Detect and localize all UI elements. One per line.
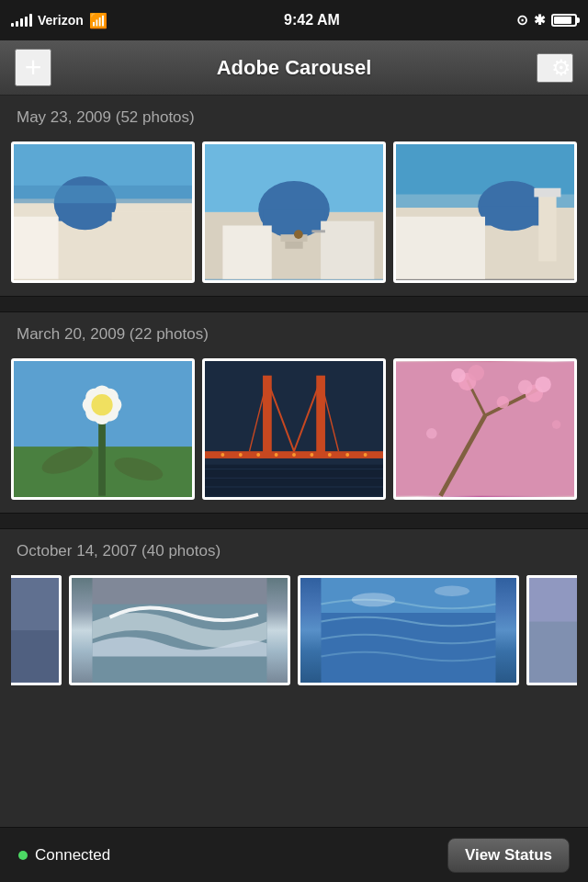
wifi-icon: 📶 (89, 12, 107, 29)
svg-point-46 (275, 453, 278, 457)
svg-point-50 (345, 453, 349, 457)
bluetooth-icon: ✱ (534, 12, 546, 28)
status-bar: Verizon 📶 9:42 AM ⊙ ✱ (0, 0, 588, 40)
carrier-label: Verizon (38, 13, 84, 28)
svg-rect-4 (14, 217, 59, 279)
svg-point-51 (364, 453, 368, 457)
svg-rect-14 (285, 242, 302, 249)
section-title-2: March 20, 2009 (22 photos) (17, 325, 209, 343)
section-header-3: October 14, 2007 (40 photos) (0, 529, 588, 571)
time-display: 9:42 AM (284, 12, 340, 28)
svg-rect-13 (280, 234, 307, 242)
photo-row-3 (0, 571, 588, 689)
svg-rect-27 (98, 415, 106, 495)
svg-rect-16 (311, 230, 325, 232)
settings-button[interactable]: ⚙ (537, 53, 573, 83)
section-march-2009: March 20, 2009 (22 photos) (0, 312, 588, 513)
svg-rect-10 (263, 209, 325, 232)
section-title-1: May 23, 2009 (52 photos) (17, 108, 195, 126)
photo-thumb-9[interactable] (298, 575, 519, 685)
section-title-3: October 14, 2007 (40 photos) (17, 542, 220, 560)
connected-dot (18, 851, 28, 860)
svg-point-49 (328, 453, 332, 457)
svg-point-34 (91, 394, 112, 415)
svg-point-43 (220, 453, 224, 457)
svg-rect-42 (316, 376, 325, 456)
svg-rect-78 (529, 621, 577, 682)
svg-rect-12 (321, 221, 374, 279)
view-status-button[interactable]: View Status (447, 838, 570, 873)
bottom-bar: Connected View Status (0, 827, 588, 882)
svg-point-48 (310, 453, 313, 457)
svg-rect-23 (538, 190, 556, 262)
svg-point-76 (435, 585, 469, 595)
svg-point-64 (451, 368, 466, 383)
svg-point-75 (352, 593, 396, 606)
section-may-2009: May 23, 2009 (52 photos) (0, 96, 588, 296)
app-title: Adobe Carousel (217, 56, 372, 80)
nav-bar: + Adobe Carousel ⚙ (0, 40, 588, 96)
connected-label: Connected (35, 846, 110, 865)
svg-rect-70 (11, 630, 59, 683)
connection-status: Connected (18, 846, 110, 865)
svg-rect-24 (534, 188, 560, 198)
photo-thumb-5[interactable] (202, 358, 386, 500)
photo-thumb-3[interactable] (393, 141, 577, 283)
add-button[interactable]: + (15, 49, 51, 86)
svg-rect-5 (112, 212, 192, 279)
divider-2 (0, 513, 588, 529)
svg-rect-22 (396, 217, 485, 279)
carrier-signal: Verizon 📶 (11, 12, 107, 29)
photo-thumb-4[interactable] (11, 358, 195, 500)
photo-thumb-7[interactable] (11, 575, 62, 685)
photo-thumb-8[interactable] (69, 575, 290, 685)
svg-point-45 (256, 453, 260, 457)
photo-row-1 (0, 138, 588, 296)
svg-rect-41 (263, 376, 272, 456)
photo-thumb-1[interactable] (11, 141, 195, 283)
signal-bars-icon (11, 14, 32, 27)
svg-point-47 (292, 453, 296, 457)
svg-point-68 (552, 420, 561, 429)
divider-1 (0, 296, 588, 312)
svg-point-65 (469, 365, 484, 380)
photo-row-2 (0, 355, 588, 513)
svg-point-66 (497, 396, 510, 409)
svg-rect-11 (222, 225, 271, 278)
photo-thumb-10[interactable] (526, 575, 577, 685)
svg-point-44 (239, 453, 243, 457)
photo-thumb-2[interactable] (202, 141, 386, 283)
main-content: May 23, 2009 (52 photos) (0, 96, 588, 827)
svg-rect-3 (59, 203, 112, 220)
svg-rect-6 (14, 186, 192, 203)
svg-rect-21 (481, 206, 542, 225)
section-header-1: May 23, 2009 (52 photos) (0, 96, 588, 138)
clock-icon: ⊙ (516, 12, 528, 28)
status-icons: ⊙ ✱ (516, 12, 577, 28)
gear-icon: ⚙ (551, 55, 571, 80)
photo-thumb-6[interactable] (393, 358, 577, 500)
section-october-2007: October 14, 2007 (40 photos) (0, 529, 588, 689)
svg-point-15 (294, 230, 303, 239)
battery-icon (551, 14, 577, 27)
svg-point-61 (535, 377, 550, 392)
svg-point-67 (426, 428, 437, 439)
section-header-2: March 20, 2009 (22 photos) (0, 312, 588, 355)
svg-point-62 (518, 379, 533, 394)
